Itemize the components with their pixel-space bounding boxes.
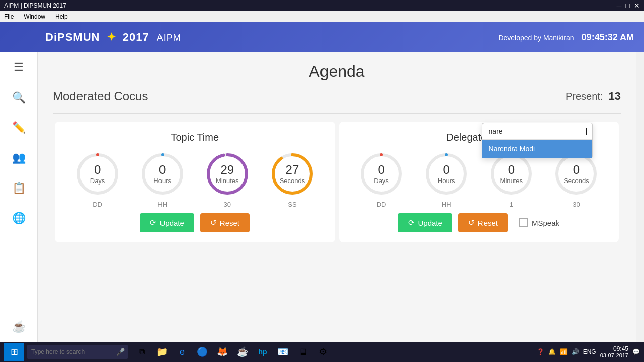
topic-days-label: Days [90,177,105,185]
mic-icon: 🎤 [116,348,125,356]
topic-circles-row: 0 Days DD [65,151,325,208]
mspeak-row: MSpeak [519,213,559,232]
delegate-search-value[interactable]: nare [489,127,503,135]
topic-days-sub: DD [93,201,102,208]
sidebar-search-icon[interactable]: 🔍 [9,87,29,108]
hp-button[interactable]: hp [254,343,272,361]
present-number: 13 [609,89,621,102]
topic-minutes-sub: 30 [224,201,231,208]
delegate-seconds-value: 0 [564,164,589,176]
delegate-search-dropdown: nare | Narendra Modi [482,123,593,158]
main-layout: ☰ 🔍 ✏️ 👥 📋 🌐 ☕ Agenda Moderated Cocus Pr… [0,52,644,342]
delegate-days-value: 0 [374,164,389,176]
file-explorer-button[interactable]: 📁 [153,343,171,361]
taskbar-right: ❓ 🔔 📶 🔊 ENG 09:45 03-07-2017 💬 [537,345,640,358]
delegate-hours-label: Hours [438,177,455,185]
settings-button[interactable]: ⚙ [314,343,332,361]
delegate-update-button[interactable]: ⟳ Update [398,213,452,232]
task-view-button[interactable]: ⧉ [133,343,151,361]
taskbar-search-wrapper: 🎤 [27,345,128,359]
delegate-minutes-value: 0 [500,164,523,176]
topic-days-value: 0 [90,164,105,176]
delegate-hours-sub: HH [442,201,451,208]
topic-reset-button[interactable]: ↺ Reset [200,213,250,232]
sidebar-menu-icon[interactable]: ☰ [9,57,29,77]
delegate-suggestion-item[interactable]: Narendra Modi [482,140,592,158]
delegate-minutes-item: 0 Minutes 1 [489,151,534,208]
taskbar-clock: 09:45 03-07-2017 [600,345,628,358]
taskbar-notifications-button[interactable]: 💬 [632,348,640,355]
taskbar-help-icon[interactable]: ❓ [537,348,544,355]
present-label: Present: [566,90,603,102]
timers-row: Topic Time 0 Days [53,122,621,242]
topic-minutes-value: 29 [216,164,239,176]
taskbar-language: ENG [583,348,596,355]
ie-button[interactable]: e [173,343,191,361]
topic-seconds-item: 27 Seconds SS [270,151,315,208]
delegate-minutes-label: Minutes [500,177,523,185]
topic-seconds-label: Seconds [280,177,305,185]
firefox-button[interactable]: 🦊 [213,343,231,361]
taskbar-date: 03-07-2017 [600,352,628,358]
text-cursor: | [586,127,586,135]
sidebar-globe-icon[interactable]: 🌐 [9,208,29,228]
topic-update-label: Update [159,219,184,227]
topic-time-section: Topic Time 0 Days [55,122,335,242]
maximize-button[interactable]: □ [626,2,630,10]
outlook-button[interactable]: 📧 [274,343,292,361]
delegate-buttons-row: ⟳ Update ↺ Reset MSpeak [349,213,609,232]
taskbar-wifi-icon[interactable]: 📶 [560,348,568,355]
dev-text: Developed by Manikiran [498,34,574,42]
taskbar-notification-icon[interactable]: 🔔 [548,348,556,355]
topic-reset-label: Reset [220,219,239,227]
delegate-hours-circle: 0 Hours [424,151,469,197]
taskbar-search-input[interactable] [27,345,128,359]
monitor-button[interactable]: 🖥 [294,343,312,361]
delegate-search-input-row: nare | [482,123,592,140]
sidebar: ☰ 🔍 ✏️ 👥 📋 🌐 ☕ [0,52,38,342]
sidebar-coffee-icon[interactable]: ☕ [9,317,29,337]
topic-days-circle: 0 Days [75,151,120,197]
menu-window[interactable]: Window [22,12,47,21]
delegate-days-item: 0 Days DD [359,151,404,208]
minimize-button[interactable]: ─ [617,2,622,10]
taskbar-volume-icon[interactable]: 🔊 [572,348,579,355]
sidebar-edit-icon[interactable]: ✏️ [9,118,29,138]
java-button[interactable]: ☕ [233,343,252,361]
window-controls: ─ □ ✕ [617,2,640,10]
title-bar: AIPM | DiPSMUN 2017 ─ □ ✕ [0,0,644,11]
delegate-minutes-sub: 1 [510,201,513,208]
delegate-reset-label: Reset [478,219,498,227]
present-count: Present: 13 [566,89,621,103]
topic-minutes-circle: 29 Minutes [205,151,250,197]
topic-seconds-circle: 27 Seconds [270,151,315,197]
start-button[interactable]: ⊞ [4,343,24,361]
menu-file[interactable]: File [2,12,16,21]
delegate-reset-button[interactable]: ↺ Reset [458,213,508,232]
delegate-days-label: Days [374,177,389,185]
update-icon: ⟳ [150,218,156,227]
menu-bar: File Window Help [0,11,644,22]
taskbar-time: 09:45 [600,345,628,352]
taskbar-icons: ⧉ 📁 e 🔵 🦊 ☕ hp 📧 🖥 ⚙ [133,343,332,361]
taskbar: ⊞ 🎤 ⧉ 📁 e 🔵 🦊 ☕ hp 📧 🖥 ⚙ ❓ 🔔 📶 🔊 ENG 09:… [0,342,644,362]
mspeak-checkbox[interactable] [519,218,528,227]
sidebar-notes-icon[interactable]: 📋 [9,178,29,198]
close-button[interactable]: ✕ [634,2,640,10]
mspeak-label: MSpeak [532,219,559,227]
topic-seconds-sub: SS [288,201,296,208]
topic-hours-sub: HH [157,201,167,208]
reset-icon: ↺ [210,218,217,227]
org-name: AIPM [157,33,181,43]
menu-help[interactable]: Help [53,12,70,21]
delegate-seconds-item: 0 Seconds 30 [553,151,599,208]
app-logo: DiPSMUN ✦ 2017 AIPM [45,31,181,44]
topic-buttons-row: ⟳ Update ↺ Reset [65,213,325,232]
scrollbar[interactable] [636,52,644,342]
topic-update-button[interactable]: ⟳ Update [140,213,194,232]
app-year: 2017 [123,31,149,43]
sidebar-users-icon[interactable]: 👥 [9,148,29,168]
chrome-button[interactable]: 🔵 [193,343,211,361]
delegate-seconds-label: Seconds [564,177,589,185]
topic-hours-label: Hours [153,177,171,185]
